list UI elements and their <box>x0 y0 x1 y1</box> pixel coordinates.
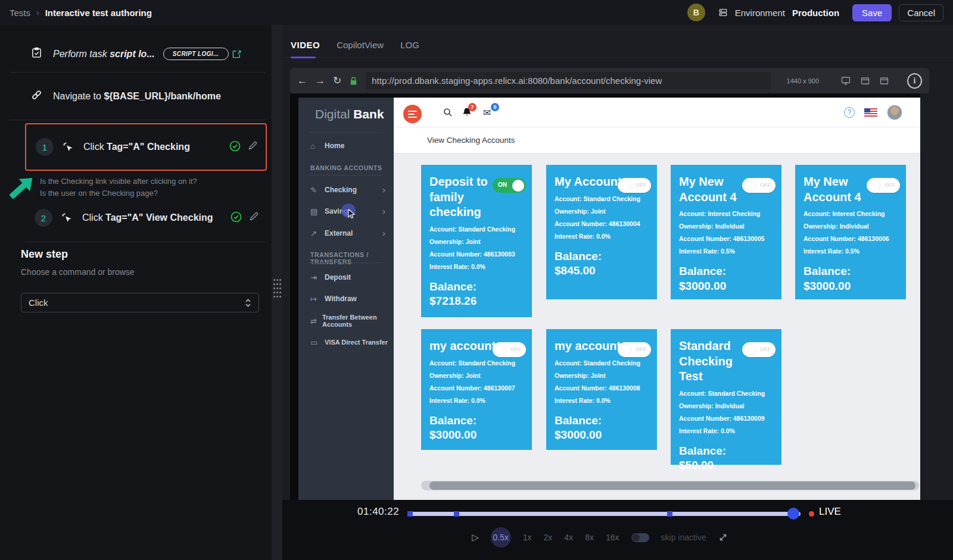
step-1-number: 1 <box>36 138 54 156</box>
speed-2x-button[interactable]: 2x <box>544 533 553 542</box>
bank-nav-transfer-between-accounts[interactable]: ⇄ Transfer Between Accounts <box>298 311 394 331</box>
account-ownership: Ownership: Joint <box>555 208 649 215</box>
avatar[interactable]: B <box>687 4 705 21</box>
account-card[interactable]: My New Account 4 OFF Account: Interest C… <box>671 165 781 299</box>
account-balance: Balance:$50.00 <box>679 444 773 473</box>
bank-nav-visa-direct-transfer[interactable]: ▭ VISA Direct Transfer <box>298 332 394 352</box>
skip-inactive-label: skip inactive <box>661 533 706 542</box>
skip-inactive-toggle[interactable] <box>631 533 649 542</box>
edit-step-icon[interactable] <box>248 141 257 153</box>
timeline-event-marker[interactable] <box>667 511 672 517</box>
monitor-icon[interactable] <box>841 76 851 85</box>
panel-drag-handle[interactable] <box>273 278 282 299</box>
account-toggle[interactable]: OFF <box>742 342 776 357</box>
account-type: Account: Standard Checking <box>555 195 649 202</box>
tab-log[interactable]: LOG <box>400 40 419 50</box>
scrollbar-thumb[interactable] <box>429 481 915 490</box>
account-toggle[interactable]: OFF <box>493 342 526 357</box>
timeline-event-marker[interactable] <box>407 511 413 517</box>
timeline-playhead[interactable] <box>787 508 799 520</box>
bank-content: Deposit to family checking ON Account: S… <box>394 154 920 500</box>
cancel-button[interactable]: Cancel <box>899 4 943 21</box>
bank-app-screenshot: Digital Bank ⌂ Home BANKING ACCOUNTS ✎ C… <box>298 98 920 500</box>
language-flag-icon[interactable] <box>864 108 877 117</box>
window-icon[interactable] <box>880 77 889 85</box>
live-label: LIVE <box>819 506 841 518</box>
bank-nav-checking[interactable]: ✎ Checking › <box>298 180 394 200</box>
command-select[interactable]: Click <box>21 293 259 312</box>
reload-icon[interactable]: ↻ <box>333 76 341 86</box>
play-icon[interactable]: ▷ <box>472 532 479 543</box>
bank-logo: Digital Bank <box>315 107 384 121</box>
tab-video[interactable]: VIDEO <box>291 40 320 50</box>
bank-nav-external[interactable]: ↗ External › <box>298 223 394 243</box>
forward-icon[interactable]: → <box>315 76 325 86</box>
account-card[interactable]: Deposit to family checking ON Account: S… <box>421 165 532 317</box>
replay-panel: VIDEO CopilotView LOG ← → ↻ http://prod.… <box>282 25 953 560</box>
step-perform-task[interactable]: Perform task script lo... SCRIPT LOGI... <box>10 36 266 73</box>
script-logic-badge[interactable]: SCRIPT LOGI... <box>163 48 229 60</box>
back-icon[interactable]: ← <box>297 76 307 86</box>
horizontal-scrollbar[interactable] <box>421 481 919 490</box>
tab-copilotview[interactable]: CopilotView <box>337 40 384 50</box>
account-balance: Balance:$3000.00 <box>555 414 649 443</box>
save-button[interactable]: Save <box>852 4 892 21</box>
mail-icon[interactable]: ✉ <box>483 107 491 118</box>
replay-tabs: VIDEO CopilotView LOG <box>282 32 953 58</box>
timeline-event-marker[interactable] <box>454 511 459 517</box>
breadcrumb-separator-icon: › <box>36 8 39 17</box>
edit-script-icon[interactable] <box>232 49 241 58</box>
card-icon: ▭ <box>310 338 325 347</box>
video-viewport[interactable]: Digital Bank ⌂ Home BANKING ACCOUNTS ✎ C… <box>290 93 920 500</box>
environment-value[interactable]: Production <box>792 8 839 18</box>
window-icon[interactable] <box>861 77 870 85</box>
account-card[interactable]: My New Account 4 OFF Account: Interest C… <box>795 165 906 299</box>
divider <box>309 262 383 263</box>
edit-step-icon[interactable] <box>249 212 259 224</box>
account-interest-rate: Interest Rate: 0.0% <box>429 263 524 270</box>
app-root: Tests › Interactive test authoring B Env… <box>0 0 953 560</box>
account-type: Account: Interest Checking <box>803 210 898 217</box>
sidebar-toggle-button[interactable] <box>403 105 422 123</box>
account-card[interactable]: Standard Checking Test OFF Account: Stan… <box>671 329 781 465</box>
account-type: Account: Standard Checking <box>429 226 524 233</box>
user-avatar[interactable] <box>887 105 902 120</box>
bank-nav-deposit[interactable]: ⇥ Deposit <box>298 267 394 287</box>
breadcrumb-tests-link[interactable]: Tests <box>10 8 30 18</box>
account-toggle[interactable]: OFF <box>742 178 776 193</box>
account-interest-rate: Interest Rate: 0.0% <box>429 397 524 404</box>
help-icon[interactable]: ? <box>844 107 855 118</box>
account-card[interactable]: my account OFF Account: Standard Checkin… <box>421 329 532 450</box>
bank-nav-home[interactable]: ⌂ Home <box>298 136 394 156</box>
panel-resize-gutter <box>272 25 282 560</box>
account-toggle[interactable]: OFF <box>618 178 651 193</box>
url-input[interactable]: http://prod.dbank.staging-apps.relicx.ai… <box>366 72 770 89</box>
search-icon[interactable] <box>443 108 453 120</box>
speed-4x-button[interactable]: 4x <box>564 533 573 542</box>
new-step-subtitle: Choose a command or browse <box>21 267 135 277</box>
page-title: Interactive test authoring <box>45 8 152 18</box>
bank-nav-withdraw[interactable]: ↦ Withdraw <box>298 289 394 309</box>
speed-16x-button[interactable]: 16x <box>606 533 619 542</box>
step-navigate[interactable]: Navigate to ${BASE_URL}/bank/home <box>10 73 266 120</box>
step-2[interactable]: 2 Click Tag="A" View Checking <box>25 204 267 231</box>
account-toggle[interactable]: OFF <box>618 342 651 357</box>
speed-0.5x-button[interactable]: 0.5x <box>491 527 511 548</box>
info-icon[interactable]: i <box>907 73 922 89</box>
account-toggle[interactable]: ON <box>493 178 526 193</box>
external-link-icon: ↗ <box>310 229 325 238</box>
mail-count-badge: 0 <box>491 103 499 111</box>
step-1-highlighted[interactable]: 1 Click Tag="A" Checking <box>25 123 267 171</box>
speed-1x-button[interactable]: 1x <box>523 533 532 542</box>
fullscreen-icon[interactable] <box>718 533 728 542</box>
bank-sidebar: Digital Bank ⌂ Home BANKING ACCOUNTS ✎ C… <box>298 98 394 500</box>
playback-controls: ▷ 0.5x 1x 2x 4x 8x 16x skip inactive <box>282 527 953 548</box>
timeline-track[interactable] <box>407 512 801 516</box>
account-card[interactable]: my account OFF Account: Standard Checkin… <box>546 329 657 450</box>
step-2-number: 2 <box>35 209 52 227</box>
account-interest-rate: Interest Rate: 0.0% <box>555 397 649 404</box>
bank-nav-section-transactions: TRANSACTIONS / TRANSFERS <box>310 251 394 265</box>
speed-8x-button[interactable]: 8x <box>585 533 594 542</box>
account-toggle[interactable]: OFF <box>867 178 900 193</box>
account-card[interactable]: My Account OFF Account: Standard Checkin… <box>546 165 657 299</box>
